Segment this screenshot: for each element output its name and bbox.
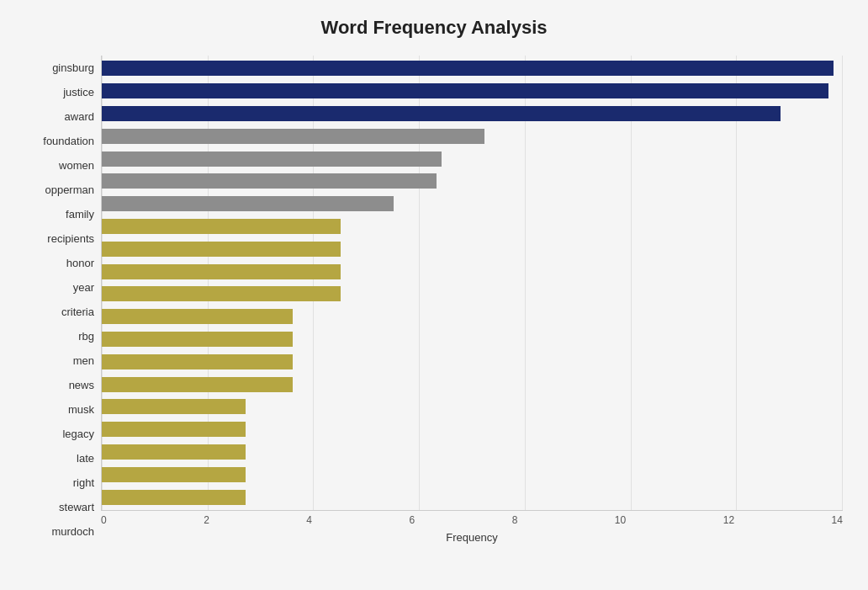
y-label: year: [25, 279, 94, 297]
bar-row: [102, 195, 843, 212]
y-label: musk: [25, 401, 94, 419]
x-tick: 4: [306, 514, 312, 526]
y-label: women: [25, 157, 94, 175]
bar: [102, 286, 341, 301]
bar: [102, 219, 341, 234]
bar: [102, 196, 394, 211]
bar: [102, 377, 293, 392]
x-tick: 14: [832, 514, 843, 526]
y-label: ginsburg: [25, 59, 94, 77]
bar: [102, 399, 246, 414]
bar: [102, 264, 341, 279]
y-label: men: [25, 352, 94, 370]
bar: [102, 83, 828, 98]
bar: [102, 332, 293, 347]
y-label: foundation: [25, 132, 94, 151]
bar-row: [102, 421, 843, 438]
bar: [102, 309, 293, 324]
bar: [102, 151, 442, 167]
bar-row: [102, 128, 843, 145]
chart-area: ginsburgjusticeawardfoundationwomenopper…: [25, 56, 843, 544]
bar-row: [102, 105, 843, 122]
y-label: family: [25, 205, 94, 224]
bar-row: [102, 82, 843, 99]
bar: [102, 354, 293, 369]
bar: [102, 129, 484, 144]
bar-row: [102, 444, 843, 460]
y-label: legacy: [25, 425, 94, 444]
bar-row: [102, 173, 843, 189]
chart-title: Word Frequency Analysis: [25, 17, 843, 39]
bar-row: [102, 331, 843, 348]
bar-row: [102, 376, 843, 393]
bar: [102, 467, 246, 482]
x-tick: 10: [615, 514, 626, 526]
y-label: news: [25, 376, 94, 395]
x-tick: 2: [204, 514, 209, 526]
bar: [102, 490, 246, 505]
x-tick: 12: [723, 514, 734, 526]
y-axis: ginsburgjusticeawardfoundationwomenopper…: [25, 56, 101, 544]
y-label: honor: [25, 254, 94, 273]
bar-row: [102, 398, 843, 415]
bar: [102, 106, 781, 121]
bar: [102, 173, 437, 189]
x-tick: 0: [101, 514, 107, 526]
bar-row: [102, 353, 843, 370]
bar-row: [102, 308, 843, 325]
bar-row: [102, 466, 843, 483]
bar: [102, 61, 834, 76]
bar-row: [102, 60, 843, 77]
bar-row: [102, 489, 843, 506]
y-label: stewart: [25, 498, 94, 517]
y-label: right: [25, 474, 94, 492]
y-label: justice: [25, 83, 94, 102]
x-tick: 8: [512, 514, 518, 526]
bar-row: [102, 263, 843, 280]
chart-container: Word Frequency Analysis ginsburgjusticea…: [0, 0, 868, 590]
y-label: award: [25, 108, 94, 126]
bar: [102, 242, 341, 257]
x-axis-label: Frequency: [101, 531, 843, 544]
bars-and-xaxis: 02468101214 Frequency: [101, 56, 843, 544]
y-label: criteria: [25, 303, 94, 322]
y-label: recipients: [25, 230, 94, 248]
y-label: rbg: [25, 327, 94, 346]
bars-list: [102, 56, 843, 510]
bar-row: [102, 151, 843, 167]
x-axis: 02468101214: [101, 511, 843, 526]
y-label: late: [25, 449, 94, 468]
bar-row: [102, 218, 843, 235]
bars-container: [101, 56, 843, 511]
bar: [102, 422, 246, 437]
bar-row: [102, 285, 843, 302]
y-label: murdoch: [25, 523, 94, 541]
x-tick: 6: [410, 514, 415, 526]
bar: [102, 444, 246, 460]
bar-row: [102, 241, 843, 258]
y-label: opperman: [25, 181, 94, 199]
